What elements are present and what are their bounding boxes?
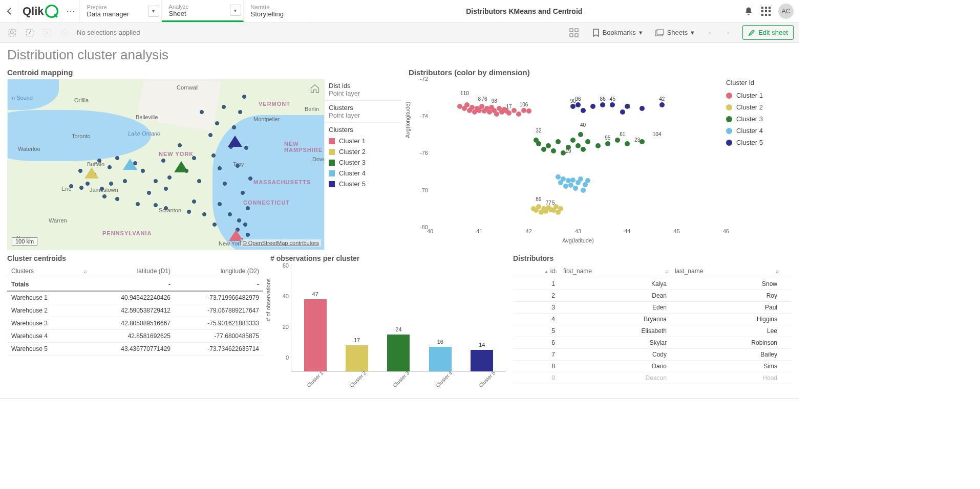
nav-prepare[interactable]: Prepare Data manager ▾ [80, 0, 162, 22]
svg-rect-7 [765, 14, 767, 16]
back-button[interactable] [0, 0, 18, 22]
table-row[interactable]: Warehouse 140.945422240426-73.7199664829… [7, 291, 263, 304]
svg-rect-21 [657, 30, 664, 34]
table-row[interactable]: 9DeaconHood [513, 372, 792, 384]
nav-narrate-main: Storytelling [251, 10, 289, 18]
search-icon[interactable]: ⌕ [553, 268, 557, 275]
apps-grid-icon[interactable] [761, 6, 771, 16]
centroid-cluster-3 [174, 161, 188, 172]
map-attribution: © OpenStreetMap contributors [241, 239, 321, 247]
logo-text: Qlik [23, 5, 44, 18]
svg-rect-9 [9, 29, 16, 36]
search-icon[interactable]: ⌕ [776, 268, 779, 275]
smart-search-icon[interactable] [5, 26, 19, 40]
table-row[interactable]: 4BryannaHiggins [513, 314, 792, 325]
sheets-label: Sheets [667, 29, 688, 36]
clear-selections-icon [57, 26, 72, 40]
legend-item[interactable]: Cluster 5 [329, 179, 397, 189]
bookmarks-dropdown[interactable]: Bookmarks ▾ [588, 26, 647, 39]
distributors-panel: Distributors ▲ id⌕ first_name⌕ last_name… [513, 254, 792, 384]
centroid-cluster-2 [84, 167, 99, 179]
svg-rect-4 [765, 10, 767, 12]
step-back-icon[interactable] [23, 26, 37, 40]
chevron-down-icon: ▾ [691, 29, 694, 36]
svg-line-11 [13, 33, 15, 35]
prev-sheet-button[interactable]: ‹ [702, 26, 717, 40]
chevron-down-icon[interactable]: ▾ [148, 6, 159, 17]
top-right: AC [738, 0, 799, 22]
table-row[interactable]: 3EdenPaul [513, 302, 792, 314]
nav-analyze[interactable]: Analyze Sheet ▾ [162, 0, 244, 22]
bookmarks-label: Bookmarks [603, 29, 636, 36]
table-row[interactable]: Warehouse 442.8581692625-77.6800485875 [7, 330, 263, 343]
chevron-down-icon: ▾ [639, 29, 643, 36]
more-menu[interactable]: ⋯ [62, 0, 80, 22]
table-totals-row: Totals-- [7, 278, 263, 292]
scatter-chart[interactable]: Avg(longitude) -72-74-76-78-80 Avg(latit… [409, 79, 726, 242]
edit-sheet-button[interactable]: Edit sheet [742, 25, 794, 40]
svg-rect-18 [570, 34, 573, 37]
svg-rect-5 [769, 10, 771, 12]
legend-item[interactable]: Cluster 4 [329, 168, 397, 179]
nav-narrate-sub: Narrate [251, 4, 289, 10]
next-sheet-button[interactable]: › [721, 26, 735, 40]
scatter-legend: Cluster id Cluster 1 Cluster 2 Cluster 3… [726, 79, 787, 242]
x-axis: Avg(latitude) 40414243444546 [430, 227, 726, 242]
svg-rect-8 [769, 14, 771, 16]
centroids-panel: Cluster centroids Clusters⌕ latitude (D1… [7, 254, 263, 384]
map-chart[interactable]: n Sound Orillia Belleville Cornwall VERM… [7, 79, 325, 250]
scatter-title: Distributors (color by dimension) [409, 68, 792, 77]
pencil-icon [748, 29, 755, 36]
svg-rect-2 [769, 7, 771, 9]
table-row[interactable]: 5ElisabethLee [513, 325, 792, 337]
table-row[interactable]: 1KaiyaSnow [513, 278, 792, 290]
table-row[interactable]: Warehouse 543.436770771429-73.7346226357… [7, 343, 263, 355]
top-bar: Qlik ⋯ Prepare Data manager ▾ Analyze Sh… [0, 0, 799, 23]
legend-item[interactable]: Cluster 1 [329, 136, 397, 146]
svg-rect-13 [44, 29, 51, 36]
home-icon[interactable] [310, 83, 320, 95]
nav-narrate[interactable]: Narrate Storytelling [244, 0, 310, 22]
legend-item[interactable]: Cluster 3 [329, 157, 397, 168]
y-axis: Avg(longitude) -72-74-76-78-80 [409, 79, 430, 227]
nav-prepare-sub: Prepare [87, 4, 141, 10]
chevron-down-icon[interactable]: ▾ [230, 5, 241, 16]
sheet-body: Distribution cluster analysis Centroid m… [0, 43, 799, 388]
centroids-table[interactable]: Clusters⌕ latitude (D1) longitude (D2) T… [7, 264, 263, 355]
user-avatar[interactable]: AC [778, 4, 794, 19]
map-scale: 100 km [12, 237, 37, 246]
observations-title: # observations per cluster [270, 254, 506, 262]
svg-rect-19 [575, 34, 578, 37]
svg-rect-16 [570, 29, 573, 32]
insight-advisor-icon[interactable] [567, 26, 581, 40]
table-row[interactable]: 6SkylarRobinson [513, 337, 792, 349]
sheets-dropdown[interactable]: Sheets ▾ [651, 26, 698, 39]
logo-q-icon [45, 5, 58, 18]
svg-rect-1 [765, 7, 767, 9]
search-icon[interactable]: ⌕ [83, 268, 87, 275]
search-icon[interactable]: ⌕ [665, 268, 669, 275]
legend-clusters-layer[interactable]: Clusters Point layer [325, 101, 401, 123]
edit-sheet-label: Edit sheet [758, 29, 788, 36]
legend-item[interactable]: Cluster 3 [726, 113, 787, 125]
nav-analyze-sub: Analyze [169, 4, 223, 10]
bar-chart[interactable]: # of observations 0204060 4717241614 [270, 264, 506, 372]
table-row[interactable]: Warehouse 242.590538729412-79.0678892176… [7, 304, 263, 317]
table-row[interactable]: 7CodyBailey [513, 349, 792, 361]
notifications-icon[interactable] [743, 6, 754, 16]
app-title: Distributors KMeans and Centroid [310, 0, 738, 22]
legend-item[interactable]: Cluster 2 [726, 101, 787, 113]
legend-item[interactable]: Cluster 4 [726, 125, 787, 137]
table-row[interactable]: Warehouse 342.805089516667-75.9016218833… [7, 317, 263, 330]
table-row[interactable]: 2DeanRoy [513, 290, 792, 302]
legend-item[interactable]: Cluster 5 [726, 137, 787, 148]
legend-dist-ids[interactable]: Dist ids Point layer [325, 79, 401, 101]
centroid-mapping-panel: Centroid mapping n Sound Orillia Bellevi… [7, 68, 401, 250]
legend-item[interactable]: Cluster 1 [726, 90, 787, 101]
nav-prepare-main: Data manager [87, 10, 141, 18]
table-row[interactable]: 8DarioSims [513, 361, 792, 372]
legend-item[interactable]: Cluster 2 [329, 146, 397, 157]
distributors-table[interactable]: ▲ id⌕ first_name⌕ last_name⌕ 1KaiyaSnow2… [513, 264, 792, 384]
svg-rect-17 [575, 29, 578, 32]
selection-toolbar: No selections applied Bookmarks ▾ Sheets… [0, 23, 799, 43]
